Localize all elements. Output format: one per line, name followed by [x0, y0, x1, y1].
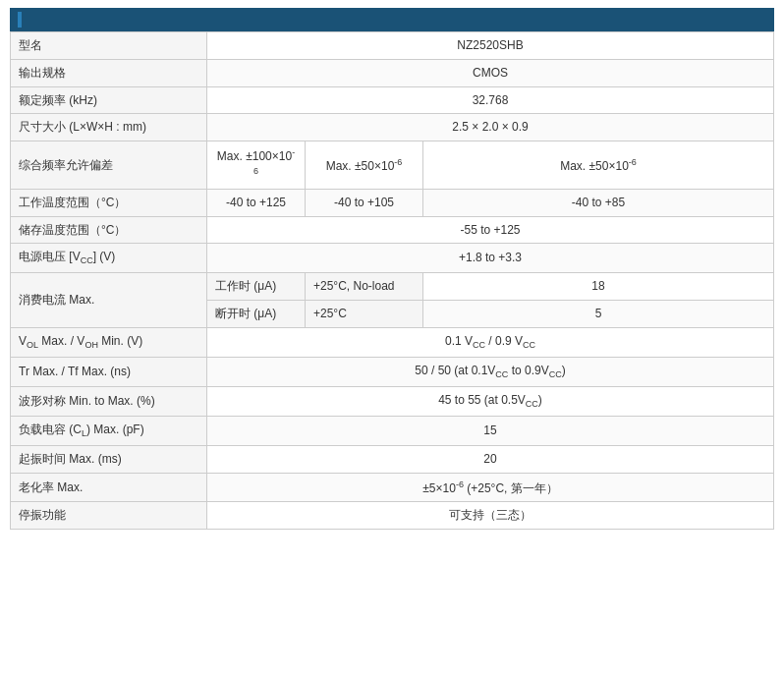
row-label: 波形对称 Min. to Max. (%): [11, 386, 207, 416]
row-value-col-0: Max. ±100×10-6: [207, 141, 306, 190]
row-label: 停振功能: [11, 502, 207, 530]
row-label: 电源电压 [VCC] (V): [11, 244, 207, 273]
page-wrapper: 型名NZ2520SHB输出规格CMOS额定频率 (kHz)32.768尺寸大小 …: [0, 0, 784, 537]
nested-main-label: 消费电流 Max.: [11, 273, 207, 328]
row-value: 50 / 50 (at 0.1VCC to 0.9VCC): [207, 357, 774, 386]
row-value: 20: [207, 445, 774, 473]
row-value: CMOS: [207, 59, 774, 86]
row-label: Tr Max. / Tf Max. (ns): [11, 357, 207, 386]
row-value: 可支持（三态）: [207, 502, 774, 530]
row-label: 起振时间 Max. (ms): [11, 445, 207, 473]
title-bar-icon: [18, 12, 22, 28]
nested-sub-label: 工作时 (μA): [207, 273, 306, 301]
row-value-col-2: -40 to +85: [423, 189, 774, 216]
row-value: NZ2520SHB: [207, 32, 774, 60]
row-label: 负载电容 (CL) Max. (pF): [11, 416, 207, 445]
row-value: 15: [207, 416, 774, 445]
row-label: 尺寸大小 (L×W×H : mm): [11, 114, 207, 141]
row-label: 老化率 Max.: [11, 473, 207, 502]
row-label: 综合频率允许偏差: [11, 141, 207, 190]
nested-condition: +25°C: [306, 301, 423, 328]
nested-sub-label: 断开时 (μA): [207, 301, 306, 328]
row-value: 45 to 55 (at 0.5VCC): [207, 386, 774, 416]
row-label: 输出规格: [11, 59, 207, 86]
row-value: +1.8 to +3.3: [207, 244, 774, 273]
row-label: 型名: [11, 32, 207, 60]
nested-value: 5: [423, 301, 774, 328]
row-value: ±5×10-6 (+25°C, 第一年）: [207, 473, 774, 502]
nested-value: 18: [423, 273, 774, 301]
row-value: -55 to +125: [207, 216, 774, 244]
spec-table: 型名NZ2520SHB输出规格CMOS额定频率 (kHz)32.768尺寸大小 …: [10, 31, 774, 530]
nested-condition: +25°C, No-load: [306, 273, 423, 301]
section-title: [10, 8, 774, 31]
row-label: 额定频率 (kHz): [11, 86, 207, 114]
row-value: 2.5 × 2.0 × 0.9: [207, 114, 774, 141]
row-value-col-2: Max. ±50×10-6: [423, 141, 774, 190]
row-value-col-0: -40 to +125: [207, 189, 306, 216]
row-value: 32.768: [207, 86, 774, 114]
row-value-col-1: Max. ±50×10-6: [306, 141, 423, 190]
row-label: 工作温度范围（°C）: [11, 189, 207, 216]
row-label: 储存温度范围（°C）: [11, 216, 207, 244]
row-value-col-1: -40 to +105: [306, 189, 423, 216]
row-label: VOL Max. / VOH Min. (V): [11, 327, 207, 357]
row-value: 0.1 VCC / 0.9 VCC: [207, 327, 774, 357]
